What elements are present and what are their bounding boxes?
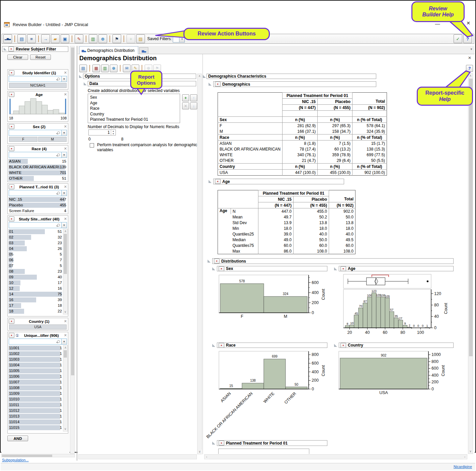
remove-variable-button[interactable]: ✕ <box>182 102 189 109</box>
filter-level-row[interactable]: 1475 <box>8 291 63 297</box>
level-study[interactable]: NICSAH1 <box>9 83 67 88</box>
new-report-icon[interactable]: ▂▅▃ <box>3 34 12 43</box>
variable-option[interactable]: Age <box>90 100 178 106</box>
scroll-down-icon[interactable]: ∨ <box>197 450 202 454</box>
red-triangle-menu-icon[interactable] <box>8 46 14 52</box>
filter-level-row[interactable]: 1822 <box>8 308 63 314</box>
dropdown-icon[interactable]: ▼ <box>62 190 67 196</box>
dropdown-icon[interactable]: ▼ <box>62 152 67 158</box>
report-scrollbar[interactable]: ∧ ∨ <box>468 73 473 454</box>
scroll-up-icon[interactable]: ∧ <box>197 74 202 78</box>
manage-filters-icon[interactable]: ▨ <box>136 34 145 43</box>
scroll-up-icon[interactable]: ∧ <box>63 346 68 350</box>
panel-divider[interactable] <box>77 46 77 461</box>
close-icon[interactable]: ✕ <box>64 124 67 129</box>
hist-bar[interactable] <box>385 298 389 328</box>
search-input[interactable] <box>9 222 62 228</box>
filter-level-row[interactable]: 110071 <box>8 379 63 385</box>
bar-F[interactable] <box>220 284 264 313</box>
hist-bar[interactable] <box>390 311 394 328</box>
variable-option[interactable]: Planned Treatment for Period 01 <box>90 117 178 122</box>
level-m[interactable]: M <box>38 137 67 142</box>
preview-review-icon[interactable]: ✎ <box>75 34 83 43</box>
filter-level-row[interactable]: 110011 <box>8 345 63 351</box>
clear-button[interactable]: Clear <box>7 55 28 60</box>
bar-OTHER[interactable] <box>286 387 307 389</box>
red-triangle-menu-icon[interactable] <box>340 343 346 348</box>
filter-level-row[interactable]: 110151 <box>8 425 63 431</box>
close-icon[interactable]: ✕ <box>64 185 67 189</box>
report-data-icon[interactable]: ▦ <box>92 65 100 72</box>
red-triangle-menu-icon[interactable] <box>340 266 346 271</box>
filter-level-row[interactable]: 055 <box>8 252 63 257</box>
mini-hist-bar[interactable] <box>13 111 19 114</box>
export-report-icon[interactable]: ▤ <box>79 65 87 72</box>
scroll-down-icon[interactable]: ∨ <box>468 449 473 454</box>
save-review-icon[interactable]: ▣ <box>61 34 69 43</box>
country-chart-header[interactable]: Country <box>339 343 454 348</box>
search-input[interactable] <box>9 130 62 136</box>
hist-bar[interactable] <box>381 297 385 328</box>
mini-hist-bar[interactable] <box>42 105 48 114</box>
options-scrollbar[interactable]: ∧ ∨ <box>197 74 202 454</box>
search-input[interactable] <box>9 152 62 158</box>
add-variable-button[interactable]: + <box>182 94 189 101</box>
demographics-characteristics-header[interactable]: Demographics Characteristics <box>207 74 376 79</box>
tab-demographics-distribution[interactable]: ▅▃ Demographics Distribution <box>79 46 138 54</box>
bar-BLACK OR AFRICAN AMERICAN[interactable] <box>242 383 264 389</box>
move-down-button[interactable]: ↓ <box>190 102 197 109</box>
distributions-header[interactable]: Distributions <box>212 258 454 264</box>
open-review-icon[interactable]: ▰ <box>51 34 60 43</box>
export-image-icon[interactable]: ▥ <box>101 65 109 72</box>
filter-level-row[interactable]: 110121 <box>8 408 63 413</box>
filter-level-row[interactable]: 110091 <box>8 391 63 396</box>
bar-M[interactable] <box>264 296 307 313</box>
tab-overflow-icon[interactable]: ▾ <box>469 47 474 53</box>
collapse-triangle-icon[interactable] <box>84 82 87 85</box>
red-triangle-menu-icon[interactable] <box>9 146 14 151</box>
hist-bar[interactable] <box>403 325 407 328</box>
nicardipine-link[interactable]: Nicardipine <box>454 465 472 469</box>
export-report-icon[interactable]: → <box>41 34 50 43</box>
filter-level-row[interactable]: WHITE701 <box>8 170 67 176</box>
hist-bar[interactable] <box>345 325 349 328</box>
red-triangle-menu-icon[interactable] <box>219 441 224 446</box>
filter-level-row[interactable]: 0426 <box>8 246 63 252</box>
close-icon[interactable]: ✕ <box>64 319 67 323</box>
collapse-triangle-icon[interactable] <box>212 442 215 445</box>
scroll-up-icon[interactable]: ∧ <box>63 229 68 233</box>
red-triangle-menu-icon[interactable] <box>9 319 14 324</box>
tab-new-report[interactable]: ▅▃ <box>139 47 148 54</box>
collapse-triangle-icon[interactable] <box>334 344 337 347</box>
filter-level-row[interactable]: 1639 <box>8 297 63 303</box>
scroll-up-icon[interactable]: ∧ <box>468 74 473 78</box>
collapse-triangle-icon[interactable] <box>212 344 215 347</box>
age-section-header[interactable]: Age <box>213 179 344 184</box>
mini-hist-bar[interactable] <box>36 101 42 114</box>
filter-level-row[interactable]: 110141 <box>8 419 63 425</box>
red-triangle-menu-icon[interactable] <box>9 70 14 75</box>
filter-level-row[interactable]: 075 <box>8 263 63 269</box>
red-triangle-menu-icon[interactable] <box>215 179 221 184</box>
hist-bar[interactable] <box>350 325 354 328</box>
red-triangle-menu-icon[interactable] <box>9 333 14 338</box>
close-icon[interactable]: ✕ <box>64 147 67 151</box>
sidebar-hscrollbar[interactable] <box>1 454 75 457</box>
subpopulation-link[interactable]: Subpopulation... <box>2 458 29 462</box>
pane-divider[interactable] <box>203 54 203 454</box>
outlier-point[interactable] <box>427 280 429 282</box>
collapse-triangle-icon[interactable] <box>79 75 82 78</box>
collapse-triangle-icon[interactable] <box>212 267 215 270</box>
filter-level-row[interactable]: 0232 <box>8 234 63 240</box>
variable-option[interactable]: Country <box>90 111 178 117</box>
mini-hist-bar[interactable] <box>25 101 30 114</box>
filter-level-row[interactable]: 110041 <box>8 362 63 368</box>
filter-level-row[interactable]: 0151 <box>8 229 63 234</box>
collapse-triangle-icon[interactable] <box>208 260 211 263</box>
filter-level-row[interactable]: 110111 <box>8 402 63 408</box>
collapse-triangle-icon[interactable] <box>209 180 212 183</box>
red-triangle-menu-icon[interactable] <box>215 82 221 87</box>
red-triangle-menu-icon[interactable] <box>219 266 224 271</box>
variable-option[interactable]: Race <box>90 106 178 111</box>
age-chart-header[interactable]: Age <box>339 266 454 271</box>
